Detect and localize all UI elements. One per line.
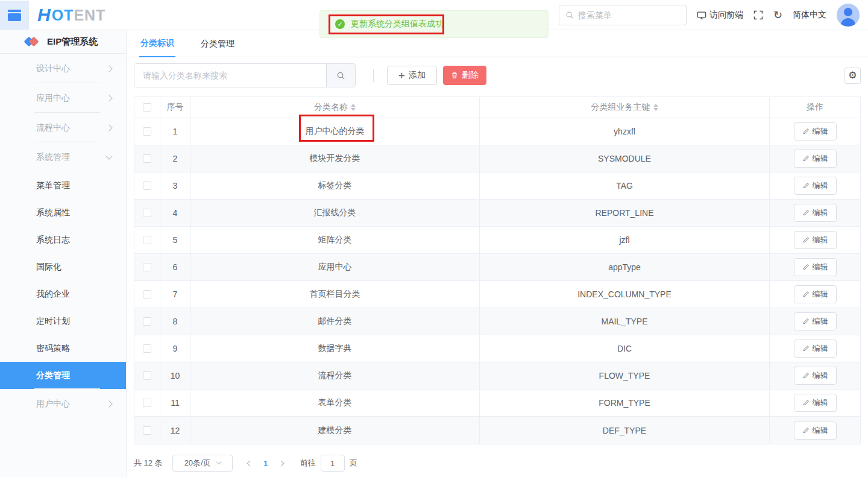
row-checkbox[interactable] <box>143 399 151 407</box>
row-business-key: MAIL_TYPE <box>480 308 770 335</box>
row-actions-cell: 编辑 <box>770 118 860 145</box>
sidebar-item[interactable]: 国际化 <box>0 253 126 280</box>
search-icon <box>565 11 574 19</box>
row-actions-cell: 编辑 <box>770 335 860 362</box>
sort-icon[interactable] <box>351 104 356 111</box>
chevron-down-icon <box>216 460 221 464</box>
row-actions-cell: 编辑 <box>770 172 860 199</box>
goto-page-input[interactable] <box>321 455 345 472</box>
delete-button[interactable]: 删除 <box>443 66 486 85</box>
category-search-input[interactable] <box>134 64 326 87</box>
current-page-number[interactable]: 1 <box>258 459 274 468</box>
sidebar-item[interactable]: 系统日志 <box>0 226 126 253</box>
table-row: 4 汇报线分类 REPORT_LINE 编辑 <box>134 200 860 227</box>
next-page-button[interactable] <box>274 455 289 472</box>
add-button-label: 添加 <box>409 70 426 81</box>
fullscreen-icon[interactable] <box>753 10 763 20</box>
row-category-name: 邮件分类 <box>190 308 480 335</box>
row-checkbox[interactable] <box>143 263 151 271</box>
category-search-button[interactable] <box>326 64 355 87</box>
chevron-left-icon <box>247 460 253 466</box>
header-business-key[interactable]: 分类组业务主键 <box>480 97 770 118</box>
sidebar-item[interactable]: 用户中心 <box>0 389 126 419</box>
sidebar-item[interactable]: 定时计划 <box>0 308 126 335</box>
row-checkbox[interactable] <box>143 154 151 163</box>
tab-category-identifier[interactable]: 分类标识 <box>139 38 175 57</box>
edit-button[interactable]: 编辑 <box>794 204 837 222</box>
visit-frontend-button[interactable]: 访问前端 <box>697 10 743 21</box>
menu-collapse-icon <box>8 10 21 21</box>
edit-button[interactable]: 编辑 <box>794 285 837 303</box>
row-checkbox-cell <box>134 390 160 416</box>
sidebar-item-label: 用户中心 <box>36 399 70 409</box>
edit-button-label: 编辑 <box>813 207 828 218</box>
category-search-group <box>134 63 356 87</box>
sidebar-item[interactable]: 我的企业 <box>0 280 126 308</box>
row-business-key: DEF_TYPE <box>480 417 770 444</box>
sidebar-item[interactable]: 流程中心 <box>0 113 126 142</box>
sidebar-item[interactable]: 系统属性 <box>0 199 126 226</box>
row-checkbox-cell <box>134 335 160 362</box>
pagination: 共 12 条 20条/页 1 前往 页 <box>134 455 861 472</box>
edit-button[interactable]: 编辑 <box>794 312 837 330</box>
edit-button[interactable]: 编辑 <box>794 150 837 168</box>
select-all-checkbox[interactable] <box>143 103 151 112</box>
search-icon <box>336 71 345 80</box>
table-row: 10 流程分类 FLOW_TYPE 编辑 <box>134 362 860 390</box>
edit-button[interactable]: 编辑 <box>794 340 837 358</box>
row-business-key: FLOW_TYPE <box>480 362 770 389</box>
row-checkbox[interactable] <box>143 344 151 353</box>
sidebar-item[interactable]: 分类管理 <box>0 362 126 389</box>
pencil-icon <box>802 155 810 162</box>
sort-icon[interactable] <box>653 104 658 111</box>
menu-search-input[interactable] <box>578 10 680 20</box>
edit-button[interactable]: 编辑 <box>794 422 837 440</box>
edit-button[interactable]: 编辑 <box>794 394 837 412</box>
toolbar: 添加 删除 ⚙ <box>134 62 861 89</box>
sidebar-item[interactable]: 应用中心 <box>0 83 126 113</box>
row-checkbox[interactable] <box>143 371 151 380</box>
total-count-label: 共 12 条 <box>134 458 163 469</box>
refresh-icon[interactable]: ↻ <box>773 10 782 21</box>
row-actions-cell: 编辑 <box>770 417 860 444</box>
user-avatar[interactable] <box>837 4 860 27</box>
edit-button[interactable]: 编辑 <box>794 177 837 195</box>
row-checkbox[interactable] <box>143 182 151 190</box>
edit-button[interactable]: 编辑 <box>794 258 837 276</box>
row-checkbox-cell <box>134 145 160 172</box>
sidebar-item[interactable]: 密码策略 <box>0 335 126 362</box>
sidebar-item[interactable]: 菜单管理 <box>0 172 126 199</box>
page-size-select[interactable]: 20条/页 <box>172 455 233 472</box>
edit-button[interactable]: 编辑 <box>794 367 837 385</box>
sidebar-item[interactable]: 系统管理 <box>0 142 126 172</box>
chevron-right-icon <box>278 460 285 466</box>
table-row: 11 表单分类 FORM_TYPE 编辑 <box>134 390 860 417</box>
row-category-name: 流程分类 <box>190 362 480 389</box>
row-checkbox[interactable] <box>143 236 151 244</box>
table-row: 3 标签分类 TAG 编辑 <box>134 172 860 200</box>
row-checkbox[interactable] <box>143 209 151 217</box>
eip-logo-icon <box>24 37 40 46</box>
row-checkbox[interactable] <box>143 290 151 299</box>
row-checkbox[interactable] <box>143 426 151 435</box>
header-checkbox-cell <box>134 97 160 118</box>
edit-button[interactable]: 编辑 <box>794 231 837 249</box>
row-index: 9 <box>160 335 190 362</box>
row-checkbox[interactable] <box>143 127 151 136</box>
edit-button[interactable]: 编辑 <box>794 122 837 141</box>
column-settings-button[interactable]: ⚙ <box>844 68 861 84</box>
row-checkbox[interactable] <box>143 317 151 326</box>
header-category-name[interactable]: 分类名称 <box>190 97 480 118</box>
sidebar-item-label: 系统属性 <box>36 207 70 218</box>
table-row: 9 数据字典 DIC 编辑 <box>134 335 860 362</box>
prev-page-button[interactable] <box>242 455 258 472</box>
edit-button-label: 编辑 <box>813 126 828 137</box>
tab-category-management[interactable]: 分类管理 <box>200 39 236 57</box>
sidebar-item-label: 系统管理 <box>36 152 70 163</box>
sidebar-item[interactable]: 设计中心 <box>0 54 126 83</box>
collapse-menu-button[interactable] <box>0 1 29 30</box>
language-switcher[interactable]: 简体中文 <box>793 10 826 21</box>
pencil-icon <box>802 318 810 325</box>
add-button[interactable]: 添加 <box>387 66 437 85</box>
table-body: 1 用户中心的分类 yhzxfl 编辑 <box>134 118 860 444</box>
